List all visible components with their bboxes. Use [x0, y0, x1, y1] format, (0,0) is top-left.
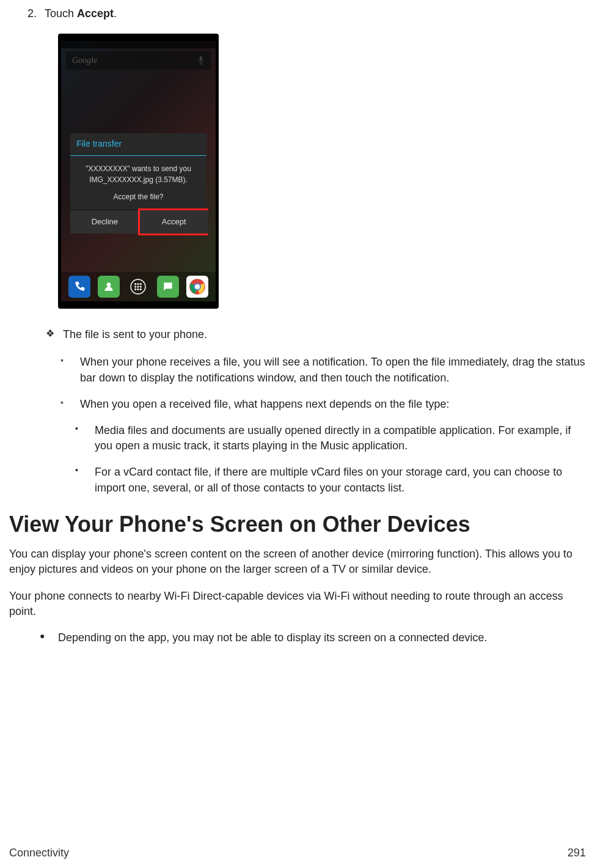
svg-point-11: [135, 289, 137, 290]
svg-point-5: [135, 283, 137, 285]
file-transfer-dialog: File transfer "XXXXXXXX" wants to send y…: [70, 133, 206, 234]
square-text-2: When you open a received file, what happ…: [80, 397, 449, 412]
disc-bullet-list: ● Depending on the app, you may not be a…: [9, 630, 586, 645]
square-bullet-1: ▪ When your phone receives a file, you w…: [60, 355, 586, 385]
square-icon: ▪: [60, 397, 80, 412]
dot-bullet-list: • Media files and documents are usually …: [9, 423, 586, 496]
svg-point-12: [137, 289, 139, 290]
step-2: 2. Touch Accept.: [9, 6, 586, 21]
dialog-line-2: IMG_XXXXXXX.jpg (3.57MB).: [76, 174, 200, 185]
phone-screen: Google File transfer "XXXXXXXX" wants to…: [61, 41, 216, 301]
disc-icon: ●: [40, 630, 58, 645]
square-text-1: When your phone receives a file, you wil…: [80, 355, 586, 385]
disc-text: Depending on the app, you may not be abl…: [58, 630, 487, 645]
paragraph-2: Your phone connects to nearby Wi-Fi Dire…: [9, 589, 586, 619]
diamond-bullet-list: ❖ The file is sent to your phone.: [9, 327, 586, 342]
dot-icon: •: [75, 465, 95, 495]
dialog-overlay: File transfer "XXXXXXXX" wants to send y…: [61, 41, 216, 301]
diamond-bullet: ❖ The file is sent to your phone.: [46, 327, 586, 342]
dialog-buttons: Decline Accept: [70, 210, 206, 234]
dialog-line-3: Accept the file?: [76, 191, 200, 202]
dot-text-1: Media files and documents are usually op…: [95, 423, 586, 454]
chrome-icon: [186, 276, 208, 298]
svg-point-7: [140, 283, 142, 285]
step-number: 2.: [27, 6, 45, 21]
svg-point-16: [195, 284, 200, 289]
svg-point-9: [137, 286, 139, 288]
square-bullet-list: ▪ When your phone receives a file, you w…: [9, 355, 586, 412]
screenshot-figure: Google File transfer "XXXXXXXX" wants to…: [58, 34, 586, 309]
dot-bullet-2: • For a vCard contact file, if there are…: [75, 465, 586, 495]
dot-bullet-1: • Media files and documents are usually …: [75, 423, 586, 454]
svg-point-6: [137, 283, 139, 285]
contacts-icon: [98, 276, 120, 298]
square-icon: ▪: [60, 355, 80, 385]
paragraph-1: You can display your phone's screen cont…: [9, 546, 586, 577]
decline-button[interactable]: Decline: [70, 210, 139, 234]
phone-mockup: Google File transfer "XXXXXXXX" wants to…: [58, 34, 219, 309]
svg-point-10: [140, 286, 142, 288]
section-heading: View Your Phone's Screen on Other Device…: [9, 507, 586, 542]
square-bullet-2: ▪ When you open a received file, what ha…: [60, 397, 586, 412]
dot-text-2: For a vCard contact file, if there are m…: [95, 465, 586, 495]
step-text: Touch Accept.: [45, 6, 117, 21]
messages-icon: [157, 276, 179, 298]
dialog-title: File transfer: [70, 133, 206, 156]
phone-dock: [61, 272, 216, 301]
disc-bullet: ● Depending on the app, you may not be a…: [40, 630, 586, 645]
app-drawer-icon: [127, 276, 149, 298]
svg-point-13: [140, 289, 142, 290]
diamond-text: The file is sent to your phone.: [63, 327, 207, 342]
diamond-icon: ❖: [46, 327, 63, 342]
dialog-body: "XXXXXXXX" wants to send you IMG_XXXXXXX…: [70, 156, 206, 210]
dot-icon: •: [75, 423, 95, 454]
svg-point-3: [107, 283, 111, 287]
accept-button[interactable]: Accept: [138, 208, 208, 235]
svg-point-8: [135, 286, 137, 288]
phone-icon: [68, 276, 90, 298]
dialog-line-1: "XXXXXXXX" wants to send you: [76, 163, 200, 174]
